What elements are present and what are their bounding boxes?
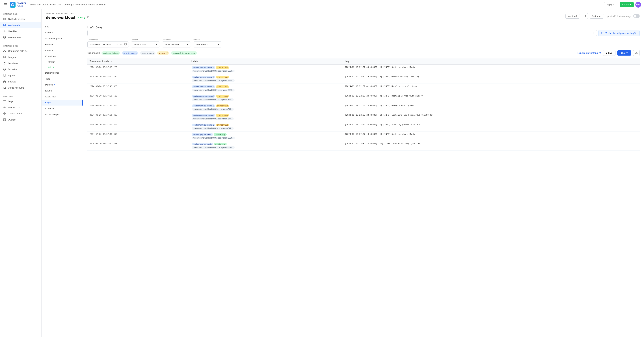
date-start-input[interactable] xyxy=(90,43,115,46)
version-select[interactable]: Any Version Version 2 xyxy=(195,43,220,46)
cell-timestamp: 2024-02-20 00:37:20.513 xyxy=(88,93,189,103)
live-button[interactable]: ▶ Live xyxy=(603,50,616,56)
location-select[interactable]: Any Location aws-eu-central-1 gcp-me-wes… xyxy=(133,43,158,46)
apply-button[interactable]: apply >_ xyxy=(604,2,618,7)
nav-security-options[interactable]: Security Options xyxy=(42,35,83,41)
nav-info[interactable]: Info xyxy=(42,24,83,29)
sidebar-item-quotas[interactable]: Quotas xyxy=(0,117,41,123)
label-tag: location=gcp-me-west1 xyxy=(192,143,213,145)
version-filter-label: Version xyxy=(193,39,222,41)
nav-add-container[interactable]: Add + xyxy=(42,65,83,70)
copy-icon[interactable]: ⧉ xyxy=(87,16,89,19)
logql-hint[interactable]: Use the full power of LogQL xyxy=(598,30,640,36)
logo-icon xyxy=(10,2,16,7)
logql-input[interactable]: {gvc="demo-gvc", workload="demo-workload… xyxy=(90,32,593,34)
sidebar-item-metrics[interactable]: Metrics ↗ xyxy=(0,104,41,110)
sidebar-item-logs[interactable]: Logs xyxy=(0,98,41,104)
query-button[interactable]: Query xyxy=(617,50,631,55)
nav-firewall[interactable]: Firewall xyxy=(42,41,83,47)
nav-connect[interactable]: Connect xyxy=(42,105,83,111)
sidebar-item-secrets[interactable]: Secrets xyxy=(0,78,41,85)
to-label: To xyxy=(120,43,122,46)
create-button[interactable]: Create ▾ xyxy=(620,2,634,7)
container-select-wrapper[interactable]: Any Container httpbin xyxy=(162,41,191,47)
sidebar-identities-label: Identities xyxy=(8,30,17,33)
sort-icon[interactable]: ▼ xyxy=(110,60,112,63)
nav-tags[interactable]: Tags xyxy=(42,76,83,82)
open-link[interactable]: Open xyxy=(77,16,86,19)
sidebar-item-agents[interactable]: Agents xyxy=(0,72,41,78)
sidebar-item-workloads[interactable]: Workloads xyxy=(0,22,41,28)
cell-log: [2024-02-19 22:37:20 +0000] [9] [INFO] B… xyxy=(343,93,640,103)
grafana-link[interactable]: Explore on Grafana xyxy=(578,52,601,54)
nav-identity[interactable]: Identity xyxy=(42,47,83,53)
nav-logs[interactable]: Logs xyxy=(42,100,83,105)
breadcrumb-workloads[interactable]: Workloads xyxy=(76,3,87,6)
nav-audit-trail[interactable]: Audit Trail xyxy=(42,94,83,100)
page-header: SERVERLESS WORKLOAD demo-workload Open ⧉… xyxy=(42,9,644,22)
sidebar-item-volume-sets[interactable]: Volume Sets xyxy=(0,34,41,40)
nav-metrics[interactable]: Metrics ↗ xyxy=(42,82,83,88)
logql-input-wrapper[interactable]: {gvc="demo-gvc", workload="demo-workload… xyxy=(88,30,597,36)
breadcrumb-gvc-label[interactable]: GVC xyxy=(57,3,62,6)
id-icon xyxy=(3,29,6,33)
cell-log: [2024-02-19 22:37:17 +0000] [10] [INFO] … xyxy=(343,141,640,151)
sidebar: Manage GVC GVC: demo-gvc › Workloads Ide… xyxy=(0,9,42,337)
cell-labels: location=aws-eu-central-1provider=awsrep… xyxy=(189,122,343,131)
nav-access-report[interactable]: Access Report xyxy=(42,111,83,117)
grid-icon xyxy=(3,17,6,20)
sidebar-item-images[interactable]: Images xyxy=(0,54,41,60)
col-timestamp[interactable]: Timestamp (Local) ▼ xyxy=(88,58,189,64)
info-icon xyxy=(601,32,604,34)
sidebar-item-org[interactable]: Org: demo-cpln-o... › xyxy=(0,48,41,54)
nav-deployments[interactable]: Deployments xyxy=(42,70,83,76)
breadcrumb-org[interactable]: demo-cpln-organization xyxy=(30,3,54,6)
toggle-switch[interactable] xyxy=(633,14,640,18)
chip-workload: workload=demo-workload xyxy=(171,51,197,55)
table-row: 2024-02-20 00:37:42.529location=aws-eu-c… xyxy=(88,74,640,84)
sidebar-item-cloud-accounts[interactable]: Cloud Accounts xyxy=(0,85,41,91)
chevron-right-icon-2: › xyxy=(38,50,38,52)
columns-row: Columns container=httpbin gvc=demo-gvc s… xyxy=(88,50,640,56)
sidebar-quotas-label: Quotas xyxy=(8,118,16,121)
sidebar-item-cost-usage[interactable]: Cost & Usage xyxy=(0,110,41,117)
refresh-button[interactable] xyxy=(582,13,588,19)
svg-point-8 xyxy=(4,36,6,37)
sidebar-item-gvc[interactable]: GVC: demo-gvc › xyxy=(0,16,41,22)
user-avatar[interactable]: MAR xyxy=(635,2,641,7)
sidebar-item-identities[interactable]: Identities xyxy=(0,28,41,34)
nav-events[interactable]: Events xyxy=(42,88,83,94)
svg-rect-10 xyxy=(4,51,4,52)
nav-options[interactable]: Options xyxy=(42,29,83,35)
calendar-icon[interactable] xyxy=(124,43,127,46)
cell-log: [2024-02-19 22:37:42 +0000] [9] [INFO] W… xyxy=(343,74,640,84)
container-select[interactable]: Any Container httpbin xyxy=(164,43,189,46)
sidebar-item-domains[interactable]: Domains xyxy=(0,66,41,72)
label-tag: provider=aws xyxy=(216,76,229,78)
logql-clear-button[interactable]: × xyxy=(593,31,594,34)
svg-rect-9 xyxy=(4,50,5,50)
version-select-wrapper[interactable]: Any Version Version 2 xyxy=(193,41,222,47)
actions-button[interactable]: Actions ▾ xyxy=(590,14,604,18)
chevron-right-icon: › xyxy=(38,18,38,20)
metrics-external-icon: ↗ xyxy=(54,83,55,86)
two-col-area: Info Options Security Options Firewall I… xyxy=(42,22,644,337)
svg-rect-5 xyxy=(4,19,4,20)
nav-httpbin[interactable]: httpbin xyxy=(42,59,83,65)
chip-gvc: gvc=demo-gvc xyxy=(122,51,138,55)
date-range-input[interactable]: → To xyxy=(88,41,129,47)
location-select-wrapper[interactable]: Any Location aws-eu-central-1 gcp-me-wes… xyxy=(131,41,160,47)
nav-containers[interactable]: Containers xyxy=(42,53,83,59)
menu-toggle[interactable] xyxy=(3,3,8,7)
logql-label: LogQL Query xyxy=(88,26,640,28)
download-button[interactable] xyxy=(633,50,640,56)
cell-labels: location=gcp-me-west1provider=gcpreplica… xyxy=(189,131,343,141)
cloud-icon xyxy=(3,86,6,89)
sidebar-item-locations[interactable]: Locations xyxy=(0,60,41,66)
svg-rect-41 xyxy=(124,43,126,45)
svg-point-17 xyxy=(4,56,4,57)
location-label: Location xyxy=(131,39,160,41)
breadcrumb-gvc[interactable]: demo-gvc xyxy=(64,3,74,6)
label-tag: replica=demo-workload-00002-deployment-6… xyxy=(192,127,234,130)
cell-timestamp: 2024-02-20 00:37:41.823 xyxy=(88,84,189,93)
